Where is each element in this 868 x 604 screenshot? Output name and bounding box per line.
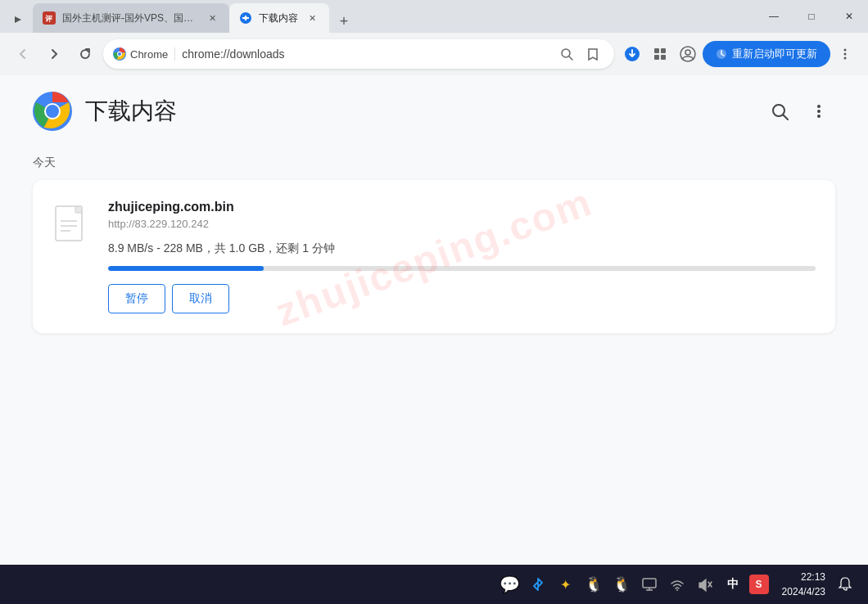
- svg-rect-12: [654, 48, 659, 53]
- page-actions: [763, 95, 835, 128]
- tab-favicon-active: [239, 11, 252, 25]
- taskbar-time: 22:13 2024/4/23: [782, 570, 825, 599]
- svg-point-29: [817, 115, 821, 118]
- chrome-indicator: Chrome: [113, 47, 175, 61]
- forward-button[interactable]: [41, 41, 67, 67]
- svg-point-8: [118, 52, 121, 56]
- tab-favicon-inactive: 评: [43, 11, 56, 25]
- svg-point-4: [244, 16, 247, 20]
- page-search-button[interactable]: [763, 95, 796, 128]
- progress-bar-fill: [108, 266, 264, 271]
- profile-icon[interactable]: [675, 41, 701, 67]
- toolbar-icons: 重新启动即可更新: [619, 41, 858, 67]
- tab-inactive[interactable]: 评 国外主机测评-国外VPS、国外... ✕: [33, 3, 229, 33]
- svg-rect-35: [643, 579, 656, 588]
- notification-button[interactable]: [832, 571, 858, 597]
- wifi-icon[interactable]: [666, 573, 689, 596]
- page-header: 下载内容: [33, 92, 835, 131]
- bookmark-icon[interactable]: [581, 43, 604, 65]
- svg-point-24: [46, 105, 59, 118]
- monitor-icon[interactable]: [638, 573, 661, 596]
- time-display: 22:13: [782, 570, 825, 584]
- tab-scroll-button[interactable]: [7, 7, 29, 33]
- inactive-tab-title: 国外主机测评-国外VPS、国外...: [62, 11, 198, 25]
- download-url: http://83.229.120.242: [108, 218, 816, 230]
- address-bar-row: Chrome chrome://downloads 重新启动即可更新: [0, 33, 868, 75]
- page-title-area: 下载内容: [33, 92, 177, 131]
- page-more-button[interactable]: [802, 95, 835, 128]
- back-button[interactable]: [10, 41, 36, 67]
- tabs-area: 评 国外主机测评-国外VPS、国外... ✕ 下载内容 ✕ +: [0, 0, 355, 33]
- inactive-tab-close[interactable]: ✕: [205, 11, 219, 25]
- reload-button[interactable]: [72, 41, 98, 67]
- svg-point-17: [685, 50, 690, 55]
- volume-icon[interactable]: [694, 573, 717, 596]
- taskbar-icons: 💬 ✦ 🐧 🐧 中 S: [499, 573, 769, 596]
- color-icon[interactable]: ✦: [554, 573, 577, 596]
- minimize-button[interactable]: —: [755, 0, 793, 33]
- svg-point-21: [844, 57, 847, 60]
- section-today-label: 今天: [33, 156, 835, 170]
- download-status-icon[interactable]: [619, 41, 645, 67]
- download-status: 8.9 MB/s - 228 MB，共 1.0 GB，还剩 1 分钟: [108, 241, 816, 256]
- chrome-logo-large: [33, 92, 72, 131]
- svg-marker-0: [15, 16, 21, 23]
- bluetooth-icon[interactable]: [527, 573, 549, 596]
- file-icon: [52, 203, 92, 249]
- svg-point-28: [817, 110, 821, 113]
- download-info: zhujiceping.com.bin http://83.229.120.24…: [108, 200, 816, 313]
- input-method-icon[interactable]: 中: [721, 573, 744, 596]
- download-filename: zhujiceping.com.bin: [108, 200, 816, 214]
- svg-rect-13: [661, 48, 666, 53]
- download-card: zhujiceping.com zhujiceping.com.bin http…: [33, 180, 835, 333]
- new-tab-button[interactable]: +: [332, 10, 355, 33]
- qq-icon-2[interactable]: 🐧: [610, 573, 633, 596]
- svg-rect-14: [654, 55, 659, 60]
- chrome-text: Chrome: [130, 48, 168, 61]
- active-tab-close[interactable]: ✕: [305, 11, 319, 25]
- taskbar: 💬 ✦ 🐧 🐧 中 S 22:13 2024/4/23: [0, 565, 868, 604]
- cancel-button[interactable]: 取消: [172, 284, 229, 313]
- pause-button[interactable]: 暂停: [108, 284, 165, 313]
- page-title: 下载内容: [85, 96, 177, 127]
- qq-icon-1[interactable]: 🐧: [582, 573, 605, 596]
- extensions-icon[interactable]: [647, 41, 673, 67]
- svg-line-26: [784, 115, 789, 120]
- sogou-icon[interactable]: S: [749, 575, 769, 594]
- svg-line-10: [569, 56, 572, 60]
- svg-point-19: [844, 49, 847, 52]
- svg-point-20: [844, 53, 847, 56]
- progress-bar-container: [108, 266, 816, 271]
- url-text: chrome://downloads: [182, 47, 549, 61]
- close-button[interactable]: ✕: [830, 0, 868, 33]
- address-icons: [555, 43, 604, 65]
- active-tab-title: 下载内容: [259, 11, 298, 25]
- svg-rect-31: [75, 206, 82, 213]
- wechat-icon[interactable]: 💬: [499, 573, 522, 596]
- date-display: 2024/4/23: [782, 584, 825, 599]
- tab-active[interactable]: 下载内容 ✕: [229, 3, 329, 33]
- main-content: 下载内容 今天 zhujiceping.com: [0, 75, 868, 565]
- svg-point-27: [817, 105, 821, 108]
- update-label: 重新启动即可更新: [732, 47, 817, 61]
- chrome-logo-small: [113, 47, 126, 61]
- address-bar[interactable]: Chrome chrome://downloads: [103, 39, 614, 69]
- download-actions: 暂停 取消: [108, 284, 816, 313]
- search-icon[interactable]: [555, 43, 578, 65]
- more-options-icon[interactable]: [832, 41, 858, 67]
- svg-point-38: [676, 589, 678, 591]
- window-controls: — □ ✕: [755, 0, 868, 33]
- title-bar: 评 国外主机测评-国外VPS、国外... ✕ 下载内容 ✕ + — □: [0, 0, 868, 33]
- svg-text:评: 评: [45, 15, 53, 23]
- update-button[interactable]: 重新启动即可更新: [703, 41, 830, 67]
- maximize-button[interactable]: □: [793, 0, 830, 33]
- svg-rect-15: [661, 55, 666, 60]
